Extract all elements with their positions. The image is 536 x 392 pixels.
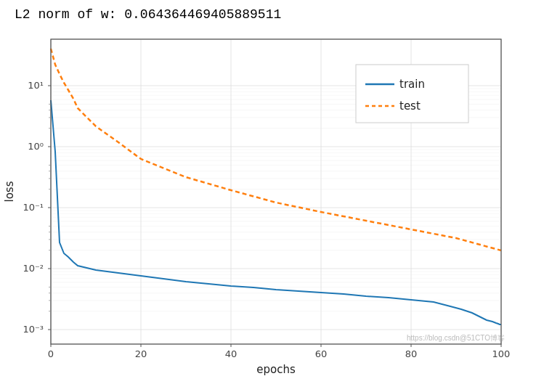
legend-test-label: test (399, 99, 421, 113)
xtick-80: 80 (405, 348, 418, 359)
xtick-20: 20 (135, 348, 147, 359)
chart-area: 10⁻³ 10⁻² 10⁻¹ 10⁰ 10¹ 0 20 40 60 80 (0, 25, 536, 385)
title-bar: L2 norm of w: 0.064364469405889511 (0, 0, 536, 25)
ytick-1e1: 10¹ (28, 80, 44, 91)
watermark: https://blog.csdn@51CTO博客 (407, 334, 505, 342)
ytick-1e-2: 10⁻² (23, 263, 44, 274)
page-title: L2 norm of w: 0.064364469405889511 (0, 0, 536, 25)
xtick-40: 40 (225, 348, 237, 359)
x-axis-label: epochs (256, 363, 296, 376)
loss-chart: 10⁻³ 10⁻² 10⁻¹ 10⁰ 10¹ 0 20 40 60 80 (0, 25, 536, 385)
xtick-100: 100 (492, 348, 511, 359)
ytick-1e0: 10⁰ (28, 141, 44, 152)
xtick-60: 60 (315, 348, 328, 359)
ytick-1e-3: 10⁻³ (23, 324, 44, 335)
ytick-1e-1: 10⁻¹ (23, 202, 44, 213)
svg-rect-72 (356, 65, 468, 123)
xtick-0: 0 (48, 348, 54, 359)
legend-train-label: train (399, 78, 425, 91)
y-axis-label: loss (3, 181, 16, 202)
